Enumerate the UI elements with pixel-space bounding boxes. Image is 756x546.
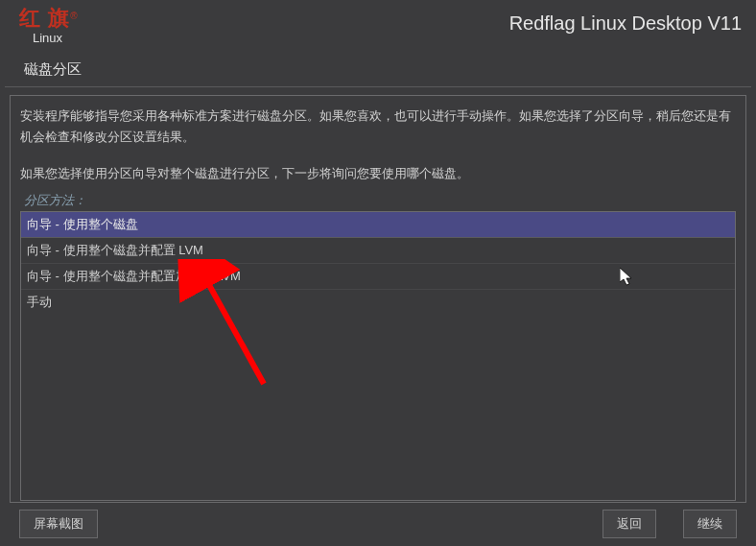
footer: 屏幕截图 返回 继续 (0, 510, 756, 538)
content-box: 安装程序能够指导您采用各种标准方案进行磁盘分区。如果您喜欢，也可以进行手动操作。… (10, 95, 746, 503)
logo-registered-icon: ® (70, 10, 77, 20)
footer-right: 返回 继续 (602, 510, 737, 538)
logo: 红 旗® Linux (19, 4, 78, 45)
continue-button[interactable]: 继续 (683, 510, 737, 538)
back-button[interactable]: 返回 (602, 510, 656, 538)
option-manual[interactable]: 手动 (21, 290, 735, 315)
section-title: 磁盘分区 (5, 46, 751, 87)
logo-main-text: 红 旗 (19, 6, 70, 30)
option-guided-lvm[interactable]: 向导 - 使用整个磁盘并配置 LVM (21, 238, 735, 264)
logo-sub-text: Linux (33, 31, 78, 45)
header: 红 旗® Linux Redflag Linux Desktop V11 (0, 0, 756, 46)
options-list: 向导 - 使用整个磁盘 向导 - 使用整个磁盘并配置 LVM 向导 - 使用整个… (20, 211, 736, 501)
screenshot-button[interactable]: 屏幕截图 (19, 510, 98, 538)
option-guided-whole-disk[interactable]: 向导 - 使用整个磁盘 (21, 212, 735, 238)
description-2: 如果您选择使用分区向导对整个磁盘进行分区，下一步将询问您要使用哪个磁盘。 (20, 161, 736, 186)
method-label: 分区方法： (20, 190, 736, 211)
description-1: 安装程序能够指导您采用各种标准方案进行磁盘分区。如果您喜欢，也可以进行手动操作。… (20, 104, 736, 150)
option-guided-encrypted-lvm[interactable]: 向导 - 使用整个磁盘并配置加密的 LVM (21, 264, 735, 290)
header-title: Redflag Linux Desktop V11 (509, 12, 742, 35)
